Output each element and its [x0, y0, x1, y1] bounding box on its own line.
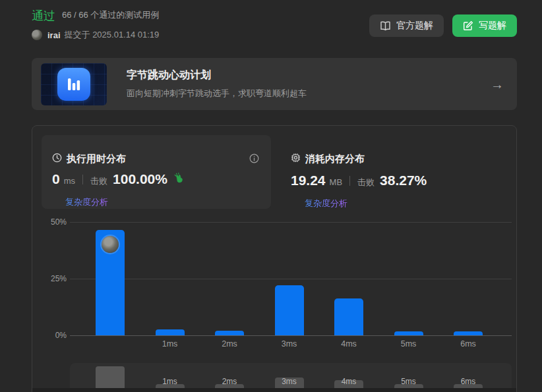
- your-submission-avatar-marker: [102, 236, 119, 253]
- bar-5ms[interactable]: [394, 331, 423, 335]
- chart-gridline: [70, 335, 512, 336]
- mini-axis-tick: 1ms: [150, 377, 190, 386]
- official-solution-button[interactable]: 官方题解: [369, 14, 444, 37]
- mini-axis-tick: 6ms: [448, 377, 488, 386]
- runtime-distribution-chart[interactable]: 50%25%0%1ms2ms3ms4ms5ms6ms: [32, 126, 518, 392]
- mini-axis-tick: 3ms: [270, 377, 309, 386]
- chart-gridline: [70, 279, 512, 279]
- bar-2ms[interactable]: [215, 331, 244, 335]
- bytedance-plan-banner[interactable]: 字节跳动心动计划 面向短期冲刺字节跳动选手，求职弯道顺利超车 →: [32, 58, 517, 110]
- chart-gridline: [70, 222, 512, 223]
- x-axis-tick: 1ms: [150, 339, 190, 349]
- chart-brush-minimap[interactable]: 1ms2ms3ms4ms5ms6ms: [70, 363, 512, 388]
- mini-axis-tick: 4ms: [329, 377, 369, 386]
- bar-6ms[interactable]: [454, 331, 483, 335]
- official-solution-label: 官方题解: [396, 20, 433, 32]
- submission-time: 提交于 2025.01.14 01:19: [65, 29, 160, 41]
- header-actions: 官方题解 写题解: [369, 14, 517, 37]
- banner-title: 字节跳动心动计划: [127, 69, 307, 82]
- book-icon: [380, 21, 391, 31]
- edit-pen-icon: [463, 20, 473, 31]
- y-axis-tick: 25%: [38, 274, 67, 283]
- distribution-card: 执行用时分布 0 ms 击败 100.00%: [32, 125, 517, 392]
- y-axis-tick: 50%: [38, 217, 67, 227]
- bytedance-logo-icon: [57, 68, 90, 101]
- write-solution-button[interactable]: 写题解: [452, 14, 517, 37]
- result-header: 通过 66 / 66 个通过的测试用例 irai 提交于 2025.01.14 …: [32, 9, 159, 41]
- write-solution-label: 写题解: [479, 20, 506, 32]
- bar-4ms[interactable]: [334, 298, 363, 335]
- mini-axis-tick: 2ms: [210, 377, 249, 386]
- bar-3ms[interactable]: [275, 285, 304, 335]
- x-axis-tick: 5ms: [389, 339, 429, 349]
- x-axis-tick: 6ms: [448, 339, 488, 349]
- banner-text: 字节跳动心动计划 面向短期冲刺字节跳动选手，求职弯道顺利超车: [127, 69, 307, 99]
- testcases-passed-text: 66 / 66 个通过的测试用例: [62, 9, 159, 23]
- y-axis-tick: 0%: [38, 331, 67, 340]
- x-axis-tick: 4ms: [329, 339, 369, 349]
- brush-track: [32, 388, 516, 392]
- user-name[interactable]: irai: [47, 30, 61, 40]
- banner-subtitle: 面向短期冲刺字节跳动选手，求职弯道顺利超车: [127, 88, 307, 99]
- x-axis-tick: 2ms: [210, 339, 249, 349]
- bar-1ms[interactable]: [156, 329, 185, 335]
- arrow-right-icon[interactable]: →: [491, 78, 504, 91]
- user-avatar[interactable]: [32, 30, 42, 40]
- banner-thumbnail: [41, 63, 107, 105]
- status-passed: 通过: [32, 9, 55, 23]
- mini-axis-tick: 5ms: [389, 377, 429, 386]
- mini-bar-0ms[interactable]: [96, 366, 125, 388]
- submission-result-page: 通过 66 / 66 个通过的测试用例 irai 提交于 2025.01.14 …: [0, 0, 542, 392]
- x-axis-tick: 3ms: [270, 339, 309, 349]
